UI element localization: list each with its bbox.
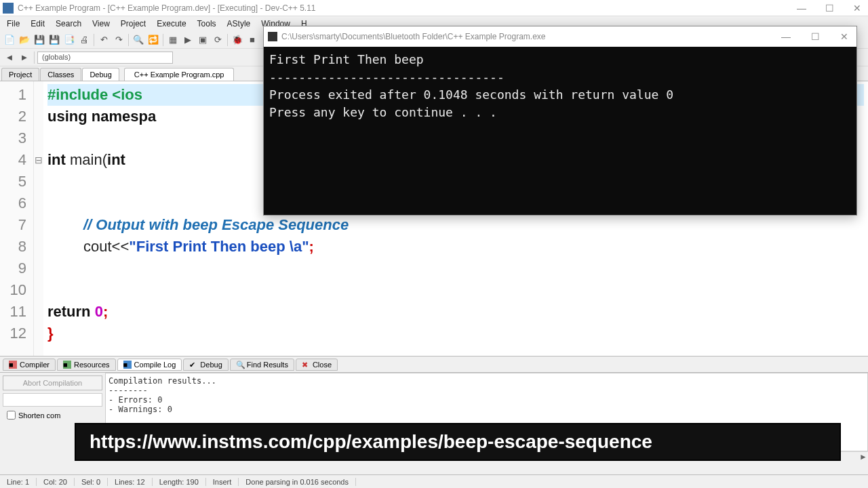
save-icon[interactable]: 💾 xyxy=(33,33,46,47)
redo-icon[interactable]: ↷ xyxy=(112,33,125,47)
back-icon[interactable]: ◄ xyxy=(3,51,16,64)
console-icon xyxy=(268,32,277,41)
bottom-tabs: ■Compiler ■Resources ■Compile Log ✔Debug… xyxy=(0,357,868,373)
line-gutter: 123456789101112 xyxy=(0,81,34,356)
run-icon[interactable]: ▶ xyxy=(181,33,195,47)
forward-icon[interactable]: ► xyxy=(18,51,31,64)
btab-compiler[interactable]: ■Compiler xyxy=(3,359,56,371)
tab-classes[interactable]: Classes xyxy=(40,68,81,81)
menu-tools[interactable]: Tools xyxy=(192,18,222,30)
console-title: C:\Users\smarty\Documents\Bluetooth Fold… xyxy=(281,32,777,41)
menu-execute[interactable]: Execute xyxy=(151,18,191,30)
console-close-button[interactable]: ✕ xyxy=(836,31,852,42)
maximize-button[interactable]: ☐ xyxy=(821,3,838,14)
console-maximize-button[interactable]: ☐ xyxy=(807,31,824,42)
fold-toggle-icon[interactable]: ⊟ xyxy=(34,149,43,171)
save-all-icon[interactable]: 💾 xyxy=(47,33,61,47)
close-button[interactable]: ✕ xyxy=(849,3,865,14)
status-line: Line: 1 xyxy=(0,478,37,486)
console-minimize-button[interactable]: — xyxy=(777,31,795,42)
window-title: C++ Example Program - [C++ Example Progr… xyxy=(18,3,793,13)
print-icon[interactable]: 🖨 xyxy=(77,33,91,47)
tab-project[interactable]: Project xyxy=(1,68,39,81)
menu-astyle[interactable]: AStyle xyxy=(222,18,256,30)
find-icon[interactable]: 🔍 xyxy=(132,33,145,47)
scope-combo[interactable]: (globals) xyxy=(37,52,173,64)
console-titlebar[interactable]: C:\Users\smarty\Documents\Bluetooth Fold… xyxy=(264,26,856,47)
shorten-checkbox[interactable] xyxy=(7,411,16,420)
rebuild-icon[interactable]: ⟳ xyxy=(211,33,224,47)
open-icon[interactable]: 📂 xyxy=(18,33,31,47)
editor-tab[interactable]: C++ Example Program.cpp xyxy=(124,68,235,81)
menu-edit[interactable]: Edit xyxy=(25,18,50,30)
scroll-right-icon[interactable]: ► xyxy=(859,452,868,462)
stop-icon[interactable]: ■ xyxy=(245,33,259,47)
compile-icon[interactable]: ▦ xyxy=(166,33,180,47)
window-titlebar: C++ Example Program - [C++ Example Progr… xyxy=(0,0,868,16)
status-col: Col: 20 xyxy=(37,478,75,486)
shorten-checkbox-row[interactable]: Shorten com xyxy=(3,409,102,421)
btab-debug[interactable]: ✔Debug xyxy=(183,359,228,371)
statusbar: Line: 1 Col: 20 Sel: 0 Lines: 12 Length:… xyxy=(0,474,868,488)
btab-close[interactable]: ✖Close xyxy=(296,359,338,371)
btab-resources[interactable]: ■Resources xyxy=(57,359,116,371)
status-sel: Sel: 0 xyxy=(75,478,108,486)
tab-debug[interactable]: Debug xyxy=(82,68,119,81)
close-file-icon[interactable]: 📑 xyxy=(62,33,76,47)
menu-view[interactable]: View xyxy=(87,18,115,30)
compile-run-icon[interactable]: ▣ xyxy=(196,33,210,47)
progress-bar xyxy=(3,393,102,407)
console-output[interactable]: First Print Then beep ------------------… xyxy=(264,47,856,125)
status-insert: Insert xyxy=(206,478,239,486)
app-icon xyxy=(3,3,14,14)
btab-find[interactable]: 🔍Find Results xyxy=(230,359,294,371)
fold-column: ⊟ xyxy=(34,81,43,356)
status-length: Length: 190 xyxy=(153,478,206,486)
minimize-button[interactable]: — xyxy=(793,3,810,14)
menu-project[interactable]: Project xyxy=(115,18,151,30)
abort-compilation-button[interactable]: Abort Compilation xyxy=(3,375,102,390)
undo-icon[interactable]: ↶ xyxy=(97,33,111,47)
console-window[interactable]: C:\Users\smarty\Documents\Bluetooth Fold… xyxy=(263,26,857,216)
menu-search[interactable]: Search xyxy=(50,18,87,30)
menu-file[interactable]: File xyxy=(1,18,25,30)
status-parse: Done parsing in 0.016 seconds xyxy=(239,478,356,486)
replace-icon[interactable]: 🔁 xyxy=(146,33,160,47)
btab-compile-log[interactable]: ■Compile Log xyxy=(117,359,182,371)
status-lines: Lines: 12 xyxy=(108,478,153,486)
new-file-icon[interactable]: 📄 xyxy=(3,33,16,47)
url-overlay: https://www.instms.com/cpp/examples/beep… xyxy=(75,423,841,461)
debug-icon[interactable]: 🐞 xyxy=(231,33,244,47)
